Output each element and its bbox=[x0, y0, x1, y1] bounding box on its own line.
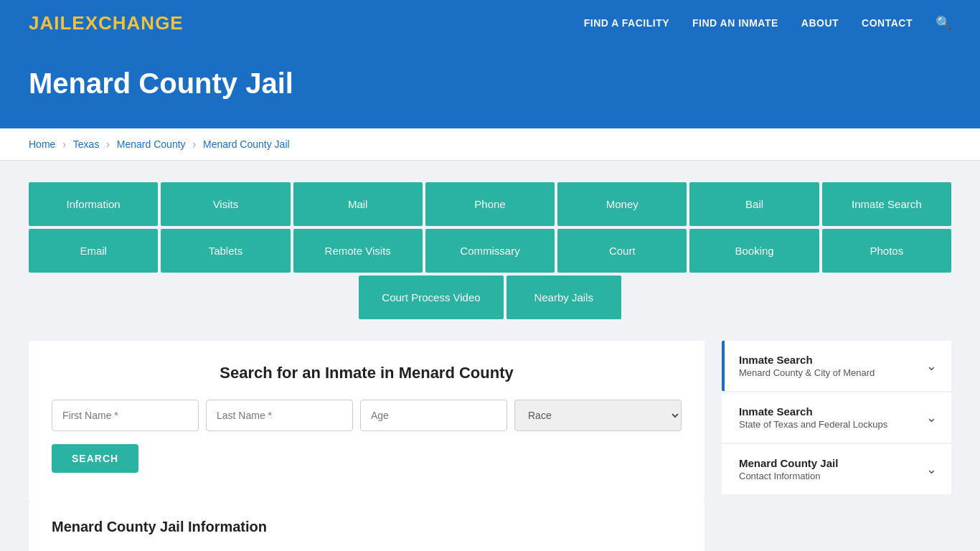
nav-contact[interactable]: CONTACT bbox=[862, 17, 913, 29]
button-row-3: Court Process Video Nearby Jails bbox=[29, 276, 951, 319]
btn-visits[interactable]: Visits bbox=[161, 182, 290, 226]
search-title: Search for an Inmate in Menard County bbox=[52, 364, 682, 382]
btn-tablets[interactable]: Tablets bbox=[161, 229, 290, 273]
navbar: JAILEXCHANGE FIND A FACILITY FIND AN INM… bbox=[0, 0, 980, 46]
btn-inmate-search[interactable]: Inmate Search bbox=[822, 182, 951, 226]
search-inputs: Race White Black Hispanic Asian Other bbox=[52, 400, 682, 431]
breadcrumb-sep-2: › bbox=[106, 138, 113, 150]
info-title: Menard County Jail Information bbox=[52, 519, 682, 535]
sidebar-item-contact[interactable]: Menard County Jail Contact Information ⌄ bbox=[722, 444, 951, 494]
btn-email[interactable]: Email bbox=[29, 229, 158, 273]
btn-booking[interactable]: Booking bbox=[689, 229, 819, 273]
sidebar-item-contact-title: Menard County Jail bbox=[739, 457, 838, 469]
btn-phone[interactable]: Phone bbox=[425, 182, 555, 226]
sidebar: Inmate Search Menard County & City of Me… bbox=[722, 341, 951, 551]
sidebar-item-state-sub: State of Texas and Federal Lockups bbox=[739, 419, 887, 430]
btn-court-process-video[interactable]: Court Process Video bbox=[359, 276, 503, 319]
sidebar-item-local-sub: Menard County & City of Menard bbox=[739, 367, 875, 378]
info-section: Menard County Jail Information bbox=[29, 501, 705, 551]
first-name-input[interactable] bbox=[52, 400, 199, 431]
search-info-wrapper: Search for an Inmate in Menard County Ra… bbox=[29, 341, 705, 551]
search-panel: Search for an Inmate in Menard County Ra… bbox=[29, 341, 705, 501]
last-name-input[interactable] bbox=[206, 400, 353, 431]
bottom-section: Search for an Inmate in Menard County Ra… bbox=[29, 341, 951, 551]
btn-court[interactable]: Court bbox=[557, 229, 687, 273]
btn-mail[interactable]: Mail bbox=[293, 182, 423, 226]
breadcrumb-texas[interactable]: Texas bbox=[73, 138, 100, 150]
sidebar-item-local-title: Inmate Search bbox=[739, 354, 875, 366]
nav-find-inmate[interactable]: FIND AN INMATE bbox=[692, 17, 778, 29]
nav-about[interactable]: ABOUT bbox=[801, 17, 839, 29]
hero-section: Menard County Jail bbox=[0, 46, 980, 128]
btn-commissary[interactable]: Commissary bbox=[425, 229, 555, 273]
chevron-down-icon-3: ⌄ bbox=[926, 461, 937, 477]
btn-nearby-jails[interactable]: Nearby Jails bbox=[507, 276, 621, 319]
age-input[interactable] bbox=[360, 400, 507, 431]
btn-information[interactable]: Information bbox=[29, 182, 158, 226]
breadcrumb-menard-county[interactable]: Menard County bbox=[117, 138, 186, 150]
chevron-down-icon: ⌄ bbox=[926, 358, 937, 374]
sidebar-item-contact-sub: Contact Information bbox=[739, 471, 838, 481]
search-icon[interactable]: 🔍 bbox=[936, 15, 951, 31]
btn-remote-visits[interactable]: Remote Visits bbox=[293, 229, 423, 273]
main-content: Information Visits Mail Phone Money Bail… bbox=[0, 161, 980, 551]
search-button[interactable]: SEARCH bbox=[52, 444, 138, 473]
button-row-2: Email Tablets Remote Visits Commissary C… bbox=[29, 229, 951, 273]
btn-bail[interactable]: Bail bbox=[689, 182, 819, 226]
logo[interactable]: JAILEXCHANGE bbox=[29, 12, 184, 34]
sidebar-item-state-title: Inmate Search bbox=[739, 405, 887, 418]
btn-money[interactable]: Money bbox=[557, 182, 687, 226]
logo-exchange: EXCHANGE bbox=[72, 12, 183, 34]
breadcrumb-menard-county-jail[interactable]: Menard County Jail bbox=[203, 138, 290, 150]
race-select[interactable]: Race White Black Hispanic Asian Other bbox=[514, 400, 682, 431]
logo-jail: JAIL bbox=[29, 12, 72, 34]
btn-photos[interactable]: Photos bbox=[822, 229, 951, 273]
sidebar-item-local[interactable]: Inmate Search Menard County & City of Me… bbox=[722, 341, 951, 391]
nav-links: FIND A FACILITY FIND AN INMATE ABOUT CON… bbox=[584, 15, 951, 31]
nav-find-facility[interactable]: FIND A FACILITY bbox=[584, 17, 669, 29]
button-row-1: Information Visits Mail Phone Money Bail… bbox=[29, 182, 951, 226]
page-title: Menard County Jail bbox=[29, 67, 951, 100]
breadcrumb: Home › Texas › Menard County › Menard Co… bbox=[0, 128, 980, 161]
chevron-down-icon-2: ⌄ bbox=[926, 410, 937, 425]
sidebar-item-state[interactable]: Inmate Search State of Texas and Federal… bbox=[722, 392, 951, 443]
breadcrumb-home[interactable]: Home bbox=[29, 138, 55, 150]
breadcrumb-sep-1: › bbox=[62, 138, 69, 150]
breadcrumb-sep-3: › bbox=[192, 138, 199, 150]
